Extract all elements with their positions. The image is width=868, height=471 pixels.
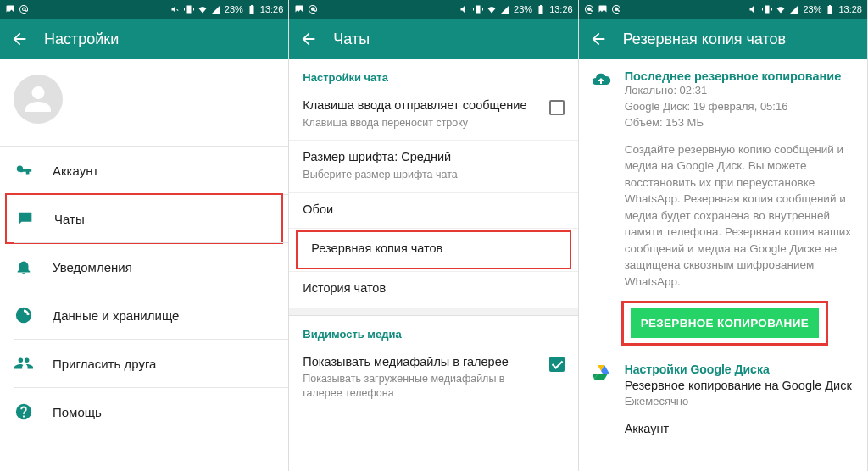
backup-local: Локально: 02:31 bbox=[625, 83, 855, 99]
page-title: Резервная копия чатов bbox=[623, 30, 786, 48]
app-bar: Резервная копия чатов bbox=[579, 19, 867, 59]
section-media-visibility: Видимость медиа bbox=[289, 316, 577, 346]
backup-size: Объём: 153 МБ bbox=[625, 115, 855, 131]
settings-data[interactable]: Данные и хранилище bbox=[0, 291, 288, 339]
status-bar: 23% 13:26 bbox=[289, 0, 577, 19]
item-label: Чаты bbox=[54, 212, 85, 226]
battery-text: 23% bbox=[225, 4, 243, 14]
key-icon bbox=[14, 160, 34, 180]
last-backup-heading: Последнее резервное копирование bbox=[625, 69, 855, 83]
gdrive-icon bbox=[591, 363, 613, 408]
setting-title: Резервная копия чатов bbox=[311, 241, 555, 258]
vibrate-icon bbox=[184, 4, 194, 14]
setting-enter-key[interactable]: Клавиша ввода отправляет сообщение Клави… bbox=[289, 89, 577, 140]
back-icon[interactable] bbox=[299, 30, 318, 48]
setting-title: Показывать медиафайлы в галерее bbox=[303, 354, 542, 371]
clock-text: 13:28 bbox=[838, 4, 862, 14]
setting-title: Размер шрифта: Средний bbox=[303, 149, 564, 166]
screen-chats: 23% 13:26 Чаты Настройки чата Клавиша вв… bbox=[289, 0, 578, 471]
app-bar: Чаты bbox=[289, 19, 577, 59]
chat-icon bbox=[15, 208, 36, 229]
item-label: Пригласить друга bbox=[53, 357, 156, 371]
back-icon[interactable] bbox=[10, 30, 29, 48]
setting-title: История чатов bbox=[303, 280, 564, 297]
setting-title: Клавиша ввода отправляет сообщение bbox=[303, 97, 542, 114]
avatar bbox=[14, 75, 63, 124]
people-icon bbox=[14, 353, 34, 374]
data-icon bbox=[14, 305, 34, 325]
mute-icon bbox=[748, 4, 759, 14]
item-label: Аккаунт bbox=[53, 163, 98, 178]
wifi-icon bbox=[776, 4, 786, 14]
screen-backup: 23% 13:28 Резервная копия чатов Последне… bbox=[579, 0, 868, 471]
clock-text: 13:26 bbox=[260, 4, 284, 14]
page-title: Настройки bbox=[44, 30, 119, 48]
section-chat-settings: Настройки чата bbox=[289, 59, 577, 89]
settings-chats[interactable]: Чаты bbox=[5, 193, 283, 244]
setting-backup[interactable]: Резервная копия чатов bbox=[296, 230, 570, 269]
gdrive-settings-heading: Настройки Google Диска bbox=[625, 363, 855, 376]
wifi-icon bbox=[198, 4, 208, 14]
checkbox-checked[interactable] bbox=[549, 357, 565, 372]
item-label: Уведомления bbox=[53, 260, 132, 274]
wifi-icon bbox=[487, 4, 497, 14]
mute-icon bbox=[459, 4, 470, 14]
vibrate-icon bbox=[762, 4, 772, 14]
item-label: Помощь bbox=[53, 405, 102, 419]
vibrate-icon bbox=[473, 4, 483, 14]
checkbox[interactable] bbox=[549, 100, 565, 115]
settings-notifications[interactable]: Уведомления bbox=[0, 243, 288, 291]
signal-icon bbox=[211, 4, 221, 14]
gdrive-account[interactable]: Аккаунт bbox=[625, 421, 855, 437]
signal-icon bbox=[500, 4, 510, 14]
battery-text: 23% bbox=[514, 4, 532, 14]
battery-icon bbox=[247, 4, 257, 14]
clock-text: 13:26 bbox=[549, 4, 573, 14]
back-icon[interactable] bbox=[589, 30, 608, 48]
profile-row[interactable] bbox=[0, 59, 288, 146]
settings-account[interactable]: Аккаунт bbox=[0, 147, 288, 194]
setting-font-size[interactable]: Размер шрифта: Средний Выберите размер ш… bbox=[289, 141, 577, 191]
settings-invite[interactable]: Пригласить друга bbox=[0, 340, 288, 387]
at-icon bbox=[308, 4, 318, 14]
backup-button[interactable]: РЕЗЕРВНОЕ КОПИРОВАНИЕ bbox=[631, 308, 819, 338]
battery-icon bbox=[536, 4, 546, 14]
signal-icon bbox=[789, 4, 799, 14]
status-bar: 23% 13:28 bbox=[579, 0, 867, 19]
setting-history[interactable]: История чатов bbox=[289, 272, 577, 308]
at-icon bbox=[19, 4, 29, 14]
gdrive-backup-label[interactable]: Резервное копирование на Google Диск bbox=[625, 378, 855, 394]
app-bar: Настройки bbox=[0, 19, 288, 59]
mute-icon bbox=[170, 4, 181, 14]
bell-icon bbox=[14, 257, 34, 277]
backup-description: Создайте резервную копию сообщений и мед… bbox=[579, 135, 867, 294]
help-icon bbox=[14, 402, 34, 422]
backup-gdrive: Google Диск: 19 февраля, 05:16 bbox=[625, 99, 855, 115]
image-icon bbox=[598, 4, 608, 14]
status-bar: 23% 13:26 bbox=[0, 0, 288, 19]
setting-title: Обои bbox=[303, 202, 564, 219]
screen-settings: 23% 13:26 Настройки Аккаунт Чаты Уведомл… bbox=[0, 0, 289, 471]
item-label: Данные и хранилище bbox=[53, 308, 179, 323]
image-icon bbox=[294, 4, 304, 14]
setting-sub: Клавиша ввода переносит строку bbox=[303, 116, 542, 130]
at-icon bbox=[584, 4, 594, 14]
setting-sub: Показывать загруженные медиафайлы в гале… bbox=[303, 372, 542, 401]
at-icon bbox=[611, 4, 621, 14]
image-icon bbox=[5, 4, 15, 14]
gdrive-frequency: Ежемесячно bbox=[625, 395, 855, 407]
battery-text: 23% bbox=[803, 4, 821, 14]
setting-sub: Выберите размер шрифта чата bbox=[303, 168, 564, 182]
setting-media-gallery[interactable]: Показывать медиафайлы в галерее Показыва… bbox=[289, 346, 577, 411]
page-title: Чаты bbox=[333, 30, 370, 48]
settings-help[interactable]: Помощь bbox=[0, 388, 288, 435]
setting-wallpaper[interactable]: Обои bbox=[289, 193, 577, 229]
cloud-upload-icon bbox=[591, 69, 613, 131]
battery-icon bbox=[825, 4, 835, 14]
